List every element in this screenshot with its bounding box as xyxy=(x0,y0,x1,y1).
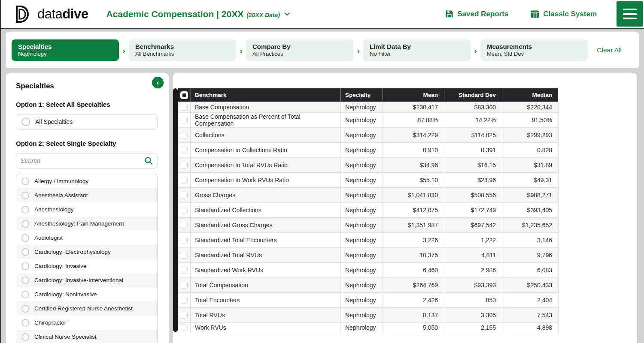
logo-d-icon xyxy=(14,5,31,23)
classic-system-button[interactable]: Classic System xyxy=(531,10,597,18)
save-icon xyxy=(445,10,453,18)
specialty-option[interactable]: Anesthesiology xyxy=(16,202,157,217)
cell-specialty: Nephrology xyxy=(340,143,383,157)
step-measurements[interactable]: Measurements Mean, Std Dev xyxy=(480,39,588,61)
specialty-option[interactable]: Allergy / Immunology xyxy=(16,174,157,188)
cell-std: $93,393 xyxy=(444,278,502,292)
clear-all-link[interactable]: Clear All xyxy=(597,46,622,54)
specialty-option[interactable]: Certified Registered Nurse Anesthetist xyxy=(16,301,157,316)
specialty-search xyxy=(16,153,158,168)
option2-heading: Option 2: Select Single Specialty xyxy=(16,140,158,147)
step-limit-data-by[interactable]: Limit Data By No Filter xyxy=(363,39,471,61)
table-row: Base Compensation as Percent of Total Co… xyxy=(178,113,558,128)
cell-benchmark: Standardized Collections xyxy=(190,203,340,217)
specialty-option[interactable]: Anesthesia Assistant xyxy=(16,188,157,202)
row-checkbox[interactable] xyxy=(181,147,188,153)
row-checkbox[interactable] xyxy=(181,192,188,199)
row-checkbox[interactable] xyxy=(181,252,188,259)
report-title-dropdown[interactable]: Academic Compensation | 20XX (20XX Data) xyxy=(106,9,288,19)
table-scrollbar[interactable] xyxy=(173,88,178,332)
radio-button[interactable] xyxy=(21,305,29,313)
radio-button[interactable] xyxy=(21,319,29,327)
radio-button[interactable] xyxy=(21,178,29,185)
cell-std: 2,986 xyxy=(444,263,502,277)
row-checkbox[interactable] xyxy=(181,117,188,123)
search-input[interactable] xyxy=(21,157,144,164)
specialty-option[interactable]: Cardiology: Invasive-Interventional xyxy=(16,273,157,287)
table-row: Collections Nephrology $314,229 $114,825… xyxy=(178,128,558,143)
cell-specialty: Nephrology xyxy=(340,203,383,217)
chevron-right-icon: › xyxy=(119,46,129,55)
row-checkbox[interactable] xyxy=(181,104,188,111)
radio-button[interactable] xyxy=(21,333,29,341)
step-specialties[interactable]: Specialties Nephrology xyxy=(12,39,119,61)
select-all-checkbox[interactable] xyxy=(180,91,188,99)
row-checkbox[interactable] xyxy=(181,312,188,319)
chevron-right-icon: › xyxy=(236,46,246,55)
specialty-option[interactable]: Anesthesiology: Pain Management xyxy=(16,217,157,231)
radio-button[interactable] xyxy=(21,277,29,284)
cell-mean: $55.10 xyxy=(383,173,444,187)
cell-mean: 0.910 xyxy=(383,143,444,157)
search-icon[interactable] xyxy=(144,156,153,165)
row-checkbox[interactable] xyxy=(181,132,188,138)
column-header-standard-dev[interactable]: Standard Dev xyxy=(444,88,502,102)
sidebar-collapse-button[interactable]: ‹ xyxy=(152,77,164,88)
brand-wordmark: datadive xyxy=(37,6,88,22)
specialty-option[interactable]: Audiologist xyxy=(16,231,157,245)
step-benchmarks[interactable]: Benchmarks All Benchmarks xyxy=(129,39,236,61)
cell-benchmark: Compensation to Work RVUs Ratio xyxy=(190,173,340,187)
radio-button[interactable] xyxy=(21,291,29,298)
row-checkbox[interactable] xyxy=(181,267,188,274)
cell-mean: $314,229 xyxy=(383,128,444,142)
radio-button[interactable] xyxy=(21,262,29,270)
table-header-row: Benchmark Specialty Mean Standard Dev Me… xyxy=(178,88,558,102)
column-header-benchmark[interactable]: Benchmark xyxy=(190,88,340,102)
row-checkbox[interactable] xyxy=(181,162,188,168)
radio-button[interactable] xyxy=(21,117,30,126)
step-compare-by[interactable]: Compare By All Practices xyxy=(246,39,353,61)
column-header-median[interactable]: Median xyxy=(502,88,558,102)
row-checkbox[interactable] xyxy=(181,177,188,184)
table-row: Standardized Gross Charges Nephrology $1… xyxy=(178,218,558,233)
row-checkbox[interactable] xyxy=(181,324,188,331)
cell-median: $393,405 xyxy=(502,203,558,217)
specialty-option[interactable]: Chiropractor xyxy=(16,316,157,330)
all-specialties-option[interactable]: All Specialties xyxy=(16,114,158,129)
cell-mean: $1,041,830 xyxy=(383,188,444,202)
specialty-option[interactable]: Clinical Nurse Specialist xyxy=(16,330,157,343)
all-specialties-label: All Specialties xyxy=(35,118,73,125)
radio-button[interactable] xyxy=(21,248,29,256)
radio-button[interactable] xyxy=(21,220,29,228)
step-subtitle: Mean, Std Dev xyxy=(487,51,581,57)
table-row: Standardized Work RVUs Nephrology 6,460 … xyxy=(178,263,558,278)
column-header-mean[interactable]: Mean xyxy=(383,88,444,102)
saved-reports-button[interactable]: Saved Reports xyxy=(445,10,508,18)
cell-mean: 10,375 xyxy=(383,248,444,262)
row-checkbox[interactable] xyxy=(181,222,188,229)
cell-std: $16.15 xyxy=(444,158,502,172)
specialty-option[interactable]: Cardiology: Invasive xyxy=(16,259,157,273)
radio-button[interactable] xyxy=(21,206,29,214)
step-title: Benchmarks xyxy=(135,43,230,51)
specialty-option[interactable]: Cardiology: Electrophysiology xyxy=(16,245,157,259)
main-menu-button[interactable] xyxy=(617,1,643,27)
radio-button[interactable] xyxy=(21,192,29,199)
row-checkbox[interactable] xyxy=(181,237,188,244)
row-checkbox[interactable] xyxy=(181,207,188,214)
cell-std: 14.22% xyxy=(444,113,502,127)
cell-std: $114,825 xyxy=(444,128,502,142)
cell-median: $299,293 xyxy=(502,128,558,142)
cell-specialty: Nephrology xyxy=(340,158,383,172)
cell-mean: 5,050 xyxy=(383,323,444,333)
specialty-option[interactable]: Cardiology: Noninvasive xyxy=(16,287,157,301)
column-header-specialty[interactable]: Specialty xyxy=(340,88,383,102)
cell-mean: 8,137 xyxy=(383,308,444,322)
specialties-sidebar: ‹ Specialties Option 1: Select All Speci… xyxy=(6,73,169,343)
row-checkbox[interactable] xyxy=(181,297,188,304)
radio-button[interactable] xyxy=(21,234,29,242)
specialty-list: Allergy / Immunology Anesthesia Assistan… xyxy=(16,174,158,343)
row-checkbox[interactable] xyxy=(181,282,188,289)
cell-median: 7,543 xyxy=(502,308,558,322)
cell-median: 91.50% xyxy=(502,113,558,127)
